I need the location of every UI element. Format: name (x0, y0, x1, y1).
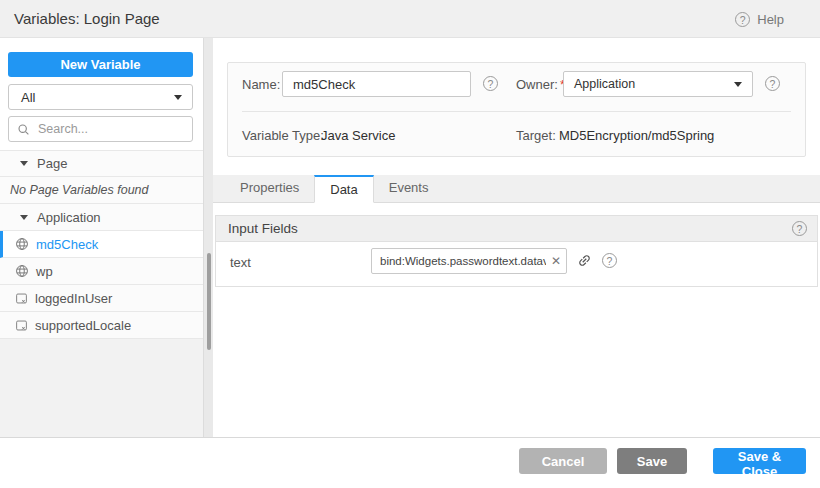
owner-dropdown[interactable]: Application (563, 71, 753, 97)
tab-properties[interactable]: Properties (225, 174, 314, 202)
save-and-close-button[interactable]: Save & Close (713, 448, 806, 474)
dialog-header: Variables: Login Page ? Help (0, 0, 820, 38)
bind-expression-input[interactable]: bind:Widgets.passwordtext.datavalue ✕ (371, 248, 567, 274)
variable-search (8, 116, 193, 142)
owner-label: Owner:* (516, 77, 565, 92)
variable-tree: Page No Page Variables found Application… (0, 150, 203, 339)
sidebar-empty-area (0, 339, 203, 437)
target-value: MD5Encryption/md5Spring (559, 128, 714, 143)
tree-item-loggedinuser[interactable]: loggedInUser (0, 285, 203, 312)
sidebar-main-divider (203, 38, 213, 437)
service-globe-icon (15, 237, 29, 251)
input-fields-help-icon[interactable]: ? (792, 221, 807, 236)
static-variable-icon (15, 319, 28, 332)
tree-item-label: md5Check (36, 237, 98, 252)
tree-item-label: supportedLocale (35, 318, 131, 333)
tab-data[interactable]: Data (314, 175, 373, 203)
input-fields-header: Input Fields ? (216, 216, 817, 242)
question-circle-icon: ? (735, 12, 750, 27)
tree-item-wp[interactable]: wp (0, 258, 203, 285)
variable-filter-dropdown[interactable]: All (8, 84, 193, 110)
tab-events[interactable]: Events (374, 174, 444, 202)
variable-type-value: Java Service (321, 128, 395, 143)
collapse-arrow-icon (20, 161, 28, 166)
tree-item-label: wp (36, 264, 53, 279)
owner-help-icon[interactable]: ? (765, 76, 780, 91)
field-name-label: text (230, 255, 251, 270)
field-help-icon[interactable]: ? (602, 253, 617, 268)
variable-detail-pane: Name:* ? Owner:* Application ? Variable … (213, 38, 820, 437)
help-label: Help (757, 12, 784, 27)
bind-link-icon[interactable] (577, 253, 592, 268)
chevron-down-icon (174, 95, 182, 100)
group-label: Application (37, 210, 101, 225)
owner-selected-value: Application (574, 77, 635, 91)
collapse-arrow-icon (20, 215, 28, 220)
name-label: Name:* (242, 77, 287, 92)
new-variable-button[interactable]: New Variable (8, 52, 193, 77)
bind-expression-value: bind:Widgets.passwordtext.datavalue (372, 255, 546, 267)
input-fields-row: text bind:Widgets.passwordtext.datavalue… (216, 242, 817, 286)
save-button[interactable]: Save (617, 448, 687, 474)
target-label: Target: (516, 128, 556, 143)
group-label: Page (37, 156, 67, 171)
form-divider (242, 111, 791, 112)
tree-group-page[interactable]: Page (0, 150, 203, 177)
search-input[interactable] (36, 121, 192, 137)
variable-summary-box: Name:* ? Owner:* Application ? Variable … (227, 62, 806, 157)
name-help-icon[interactable]: ? (483, 76, 498, 91)
page-title: Variables: Login Page (14, 0, 160, 38)
tree-item-label: loggedInUser (35, 291, 112, 306)
tree-group-application[interactable]: Application (0, 204, 203, 231)
scrollbar-thumb[interactable] (207, 253, 211, 350)
tree-item-md5check[interactable]: md5Check (0, 231, 203, 258)
name-input[interactable] (282, 71, 471, 97)
cancel-button[interactable]: Cancel (519, 448, 607, 474)
chevron-down-icon (734, 82, 742, 87)
clear-binding-icon[interactable]: ✕ (546, 249, 566, 273)
filter-selected-value: All (21, 90, 35, 105)
search-icon (17, 123, 30, 136)
footer-divider (0, 437, 820, 438)
tree-item-supportedlocale[interactable]: supportedLocale (0, 312, 203, 339)
input-fields-title: Input Fields (228, 221, 298, 236)
variables-sidebar: New Variable All Page No Page Variables … (0, 38, 203, 437)
detail-tab-bar: Properties Data Events (213, 175, 820, 203)
static-variable-icon (15, 292, 28, 305)
service-globe-icon (15, 264, 29, 278)
help-button[interactable]: ? Help (735, 0, 784, 38)
input-fields-panel: Input Fields ? text bind:Widgets.passwor… (215, 215, 818, 287)
variable-type-label: Variable Type: (242, 128, 324, 143)
page-empty-message: No Page Variables found (0, 177, 203, 204)
